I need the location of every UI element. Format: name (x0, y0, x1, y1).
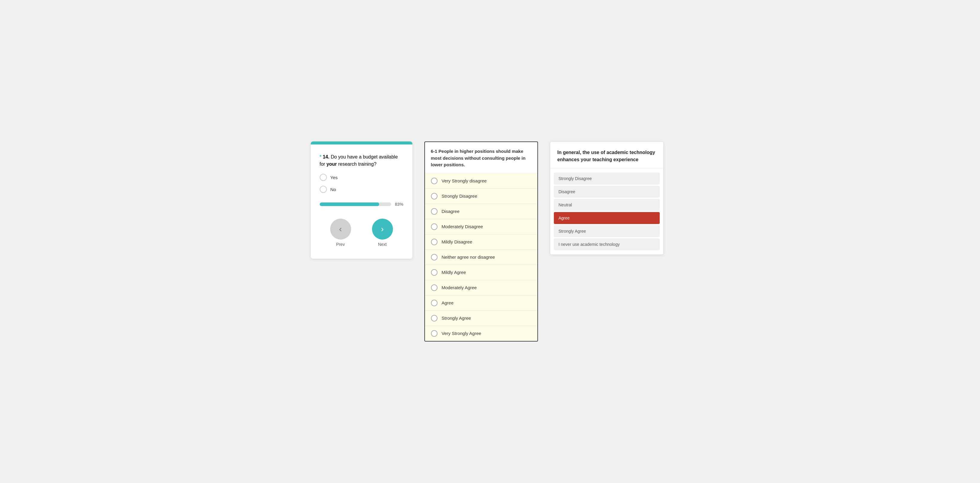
middle-question-text: 6-1 People in higher positions should ma… (425, 142, 538, 173)
radio-group: Yes No (320, 174, 403, 193)
middle-option-8[interactable]: Agree (425, 296, 538, 311)
middle-option-5[interactable]: Neither agree nor disagree (425, 250, 538, 265)
middle-radio-0 (431, 178, 438, 184)
required-marker: * (320, 154, 321, 159)
middle-option-4[interactable]: Mildly Disagree (425, 235, 538, 250)
middle-radio-5 (431, 254, 438, 261)
option-yes-label: Yes (331, 175, 337, 180)
middle-option-7[interactable]: Moderately Agree (425, 280, 538, 296)
middle-radio-3 (431, 223, 438, 230)
prev-button-wrap: ‹ Prev (330, 219, 351, 247)
middle-option-6[interactable]: Mildly Agree (425, 265, 538, 280)
middle-panel: 6-1 People in higher positions should ma… (424, 141, 538, 342)
middle-option-text-2: Disagree (442, 209, 460, 214)
middle-option-text-8: Agree (442, 300, 453, 305)
top-bar (311, 141, 412, 145)
middle-radio-6 (431, 269, 438, 276)
nav-buttons: ‹ Prev › Next (320, 219, 403, 247)
prev-label: Prev (336, 242, 345, 247)
middle-option-text-3: Moderately Disagree (442, 224, 483, 229)
middle-option-2[interactable]: Disagree (425, 204, 538, 219)
question-text: * 14. Do you have a budget available for… (320, 153, 403, 168)
right-option-0[interactable]: Strongly Disagree (554, 173, 660, 184)
question-bold: your (326, 162, 337, 167)
middle-option-text-1: Strongly Disagree (442, 194, 477, 199)
right-options-list: Strongly Disagree Disagree Neutral Agree… (550, 168, 663, 254)
progress-bar-track (320, 202, 391, 206)
middle-radio-4 (431, 239, 438, 245)
middle-option-text-7: Moderately Agree (442, 285, 477, 290)
middle-radio-10 (431, 330, 438, 337)
middle-option-10[interactable]: Very Strongly Agree (425, 326, 538, 341)
radio-circle-yes (320, 174, 327, 181)
left-panel: * 14. Do you have a budget available for… (311, 141, 412, 259)
right-question-text: In general, the use of academic technolo… (550, 142, 663, 168)
right-option-4[interactable]: Strongly Agree (554, 225, 660, 237)
middle-option-9[interactable]: Strongly Agree (425, 311, 538, 326)
prev-button[interactable]: ‹ (330, 219, 351, 240)
middle-radio-7 (431, 284, 438, 291)
progress-bar-fill (320, 202, 379, 206)
middle-radio-1 (431, 193, 438, 200)
middle-option-3[interactable]: Moderately Disagree (425, 219, 538, 235)
middle-option-1[interactable]: Strongly Disagree (425, 189, 538, 204)
middle-option-text-6: Mildly Agree (442, 270, 466, 275)
option-no[interactable]: No (320, 186, 403, 193)
radio-circle-no (320, 186, 327, 193)
question-number: 14. (323, 154, 329, 159)
right-panel: In general, the use of academic technolo… (550, 141, 663, 255)
right-option-2[interactable]: Neutral (554, 199, 660, 211)
right-option-1[interactable]: Disagree (554, 186, 660, 198)
next-label: Next (378, 242, 387, 247)
page-container: * 14. Do you have a budget available for… (311, 141, 670, 342)
progress-percentage: 83% (395, 202, 403, 207)
next-button[interactable]: › (372, 219, 393, 240)
progress-bar-container: 83% (320, 202, 403, 207)
option-no-label: No (331, 187, 336, 192)
next-button-wrap: › Next (372, 219, 393, 247)
middle-option-text-5: Neither agree nor disagree (442, 254, 495, 260)
middle-option-text-0: Very Strongly disagree (442, 178, 487, 183)
middle-radio-8 (431, 300, 438, 306)
right-option-3[interactable]: Agree (554, 212, 660, 224)
middle-radio-2 (431, 208, 438, 215)
question-text-part2: research training? (337, 162, 377, 167)
middle-option-text-9: Strongly Agree (442, 316, 471, 321)
middle-option-text-4: Mildly Disagree (442, 239, 473, 244)
middle-option-text-10: Very Strongly Agree (442, 331, 482, 336)
middle-option-0[interactable]: Very Strongly disagree (425, 173, 538, 189)
right-option-5[interactable]: I never use academic technology (554, 238, 660, 250)
middle-radio-9 (431, 315, 438, 321)
option-yes[interactable]: Yes (320, 174, 403, 181)
left-panel-content: * 14. Do you have a budget available for… (311, 145, 412, 259)
middle-options-list: Very Strongly disagree Strongly Disagree… (425, 173, 538, 341)
